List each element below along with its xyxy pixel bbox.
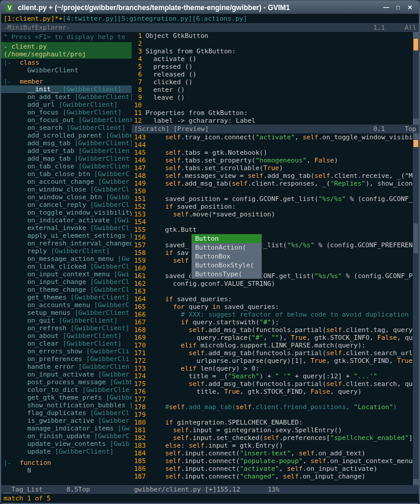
completion-popup[interactable]: ButtonButtonAction(ButtonBoxButtonBoxSty… [191, 234, 262, 279]
app-window: V client.py + (~/project/gwibber/branche… [0, 0, 420, 504]
tag-member[interactable]: external_invoke [GwibberCl [1, 224, 132, 232]
scroll-down-icon[interactable] [413, 119, 419, 125]
buffer-list[interactable]: [1:client.py]*+[4:twitter.py][5:gintegra… [1, 14, 419, 23]
tag-fold[interactable]: |- class [1, 59, 132, 66]
titlebar[interactable]: V client.py + (~/project/gwibber/branche… [1, 1, 419, 14]
tag-member[interactable]: reply [GwibberClient] [1, 247, 132, 255]
tag-member[interactable]: on_input_context_menu [Gwi [1, 270, 132, 278]
tag-member[interactable]: on_window_close_btn [Gwibb [1, 193, 132, 201]
tag-member[interactable]: setup_menus [GwibberClient [1, 309, 132, 317]
tag-member[interactable]: show_notification_bubbles [ [1, 401, 132, 409]
tag-member[interactable]: add_user_tab [GwibberClien [1, 147, 132, 155]
tag-member[interactable]: on_message_action_menu [Gw [1, 255, 132, 263]
close-button[interactable]: ✕ [405, 3, 415, 12]
tag-member[interactable]: flag_duplicates [GwibberCl [1, 409, 132, 417]
tag-member[interactable]: on_account_change [Gwibber [1, 178, 132, 186]
scroll-up-icon[interactable] [413, 133, 419, 139]
taglist[interactable]: |- classGwibberClient|- member__init__ [… [1, 59, 132, 485]
taglist-pane[interactable]: " Press <F1> to display help te - client… [1, 32, 132, 494]
right-pane: 123456789101112 Object GtkButtonSignals … [132, 32, 419, 494]
editor-content: [1:client.py]*+[4:twitter.py][5:gintegra… [1, 14, 419, 503]
buffer-active[interactable]: [1:client.py]*+ [4, 15, 62, 23]
tag-class[interactable]: GwibberClient [1, 66, 132, 74]
tag-member[interactable]: manage_indicator_items [Gw [1, 425, 132, 432]
tag-member[interactable]: apply_ui_element_settings [ [1, 232, 132, 240]
tag-member[interactable]: __init__ [GwibberClient] [1, 85, 132, 93]
tag-member[interactable]: on_search [GwibberClient] [1, 124, 132, 132]
tag-function[interactable]: N [1, 467, 132, 474]
tag-member[interactable]: post_process_message [Gwibb [1, 378, 132, 386]
tag-member[interactable]: on_errors_show [GwibberCli [1, 347, 132, 355]
minibuf-statusline: -MiniBufExplorer- 1,1 All [1, 23, 419, 32]
tag-member[interactable]: add_url [GwibberClient] [1, 101, 132, 109]
preview-code[interactable]: Object GtkButtonSignals from GtkButton: … [145, 32, 413, 125]
scroll-thumb[interactable] [413, 39, 418, 50]
tag-member[interactable]: on_refresh [GwibberClient] [1, 324, 132, 332]
taglist-file-header: - client.py (/home/segphault/proj [1, 42, 132, 59]
tag-fold[interactable]: |- function [1, 459, 132, 467]
command-line[interactable]: match 1 of 5 [1, 494, 419, 503]
tag-member[interactable]: on_focus [GwibberClient] [1, 109, 132, 116]
tag-member[interactable]: on_window_close [GwibberCl [1, 186, 132, 193]
minimize-button[interactable]: — [381, 3, 392, 12]
tag-member[interactable]: get_themes [GwibberClient] [1, 294, 132, 301]
tag-member[interactable]: on_preferences [GwibberCli [1, 355, 132, 363]
tag-member[interactable]: add_scrolled_parent [Gwibbe [1, 132, 132, 139]
tag-member[interactable]: on_tab_close [GwibberClien [1, 162, 132, 170]
scratch-label: [Scratch] [Preview] [134, 125, 209, 133]
preview-scrollbar[interactable] [413, 32, 419, 125]
tag-member[interactable]: update_view_contents [Gwib [1, 440, 132, 448]
main-gutter: 1431441451461471481491501511521531541551… [132, 133, 149, 485]
status-pct: 13% [268, 486, 279, 493]
completion-item[interactable]: ButtonsType( [192, 270, 262, 279]
tag-member[interactable]: on_add_text [GwibberClient] [1, 93, 132, 101]
taglist-status-pos: 8,5 [66, 486, 78, 493]
buffer-others[interactable]: [4:twitter.py][5:gintegration.py][6:acti… [62, 15, 247, 23]
scroll-down-icon[interactable] [413, 479, 419, 485]
tag-member[interactable]: is_gwibber_active [Gwibber [1, 417, 132, 425]
main-scrollbar[interactable] [413, 133, 419, 485]
completion-item[interactable]: ButtonBoxStyle( [192, 261, 262, 270]
completion-item[interactable]: ButtonAction( [192, 243, 262, 252]
tag-member[interactable]: update [GwibberClient] [1, 448, 132, 455]
taglist-status-pct: Top [78, 486, 90, 493]
scroll-region[interactable] [413, 224, 418, 253]
tag-member[interactable]: on_finish_update [GwibberC [1, 432, 132, 440]
minibuf-pct: All [405, 24, 416, 31]
tag-member[interactable]: on_accounts_menu [GwibberC [1, 301, 132, 309]
scratch-pos: 0,1 [373, 125, 385, 133]
tag-member[interactable]: color_to_dict [GwibberClie [1, 386, 132, 394]
tag-member[interactable]: on_indicator_activate [Gwi [1, 216, 132, 224]
tag-member[interactable]: on_link_clicked [GwibberCl [1, 263, 132, 270]
tag-member[interactable]: on_clear [GwibberClient] [1, 340, 132, 347]
app-icon: V [5, 3, 14, 12]
tag-member[interactable]: on_theme_change [GwibberCl [1, 286, 132, 294]
taglist-status-name: __Tag_List__ [4, 486, 50, 493]
tag-member[interactable]: on_tab_close_btn [GwibberC [1, 170, 132, 178]
minibuf-pos: 1,1 [373, 24, 385, 31]
maximize-button[interactable]: □ [393, 3, 403, 12]
tag-fold[interactable]: |- member [1, 78, 132, 85]
tag-member[interactable]: handle_error [GwibberClien [1, 363, 132, 371]
scroll-up-icon[interactable] [413, 32, 419, 38]
preview-gutter: 123456789101112 [132, 32, 145, 125]
tag-member[interactable]: get_gtk_theme_prefs [Gwibbe [1, 394, 132, 401]
tag-member[interactable]: on_refresh_interval_changed [1, 240, 132, 247]
main-code[interactable]: self.tray_icon.connect("activate", self.… [149, 133, 413, 485]
tag-member[interactable]: on_cancel_reply [GwibberCl [1, 201, 132, 209]
tag-member[interactable]: on_focus_out [GwibberClient] [1, 116, 132, 124]
taglist-statusline: __Tag_List__ 8,5 Top [1, 485, 132, 494]
tag-member[interactable]: add_map_tab [GwibberClient [1, 155, 132, 162]
tag-member[interactable]: on_quit [GwibberClient] [1, 317, 132, 324]
tag-member[interactable]: on_toggle_window_visibility [1, 209, 132, 216]
tag-member[interactable]: on_input_change [GwibberCl [1, 278, 132, 286]
status-filename: gwibber/client.py [+] [134, 486, 217, 493]
tag-member[interactable]: add_msg_tab [GwibberClient] [1, 139, 132, 147]
tag-member[interactable]: on_input_activate [Gwibber [1, 371, 132, 378]
preview-pane[interactable]: 123456789101112 Object GtkButtonSignals … [132, 32, 419, 125]
tag-member[interactable]: on_about [GwibberClient] [1, 332, 132, 340]
completion-item[interactable]: Button [192, 234, 262, 243]
scroll-thumb[interactable] [413, 140, 418, 147]
main-editor[interactable]: 1431441451461471481491501511521531541551… [132, 133, 419, 485]
completion-item[interactable]: ButtonBox [192, 252, 262, 261]
